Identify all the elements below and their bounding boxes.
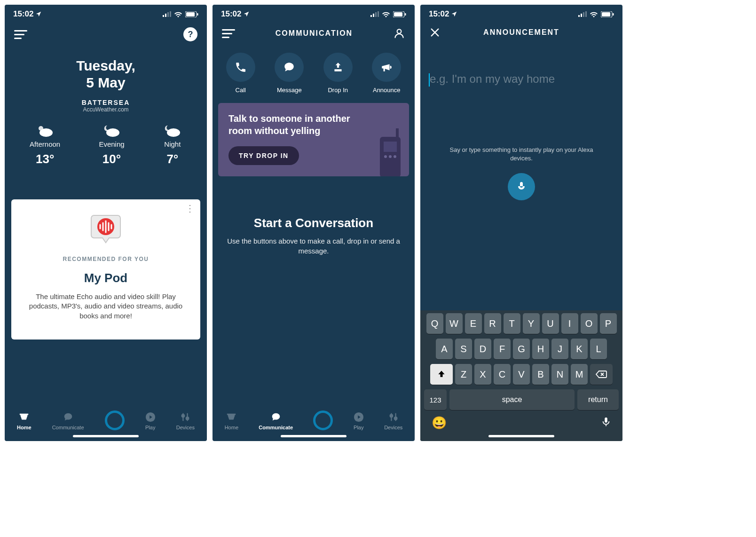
- phone-home: 15:02 ? Tuesday, 5 May BATTERSEA AccuWea…: [5, 5, 207, 441]
- chat-icon: [271, 412, 281, 422]
- mic-button[interactable]: [508, 173, 535, 200]
- home-indicator[interactable]: [73, 435, 139, 437]
- svg-rect-23: [370, 15, 372, 17]
- comm-actions: Call Message Drop In Announce: [216, 53, 411, 94]
- key-e[interactable]: E: [465, 313, 482, 334]
- tab-communicate[interactable]: Communicate: [52, 411, 84, 430]
- key-shift[interactable]: [430, 364, 453, 385]
- key-i[interactable]: I: [561, 313, 578, 334]
- key-numbers[interactable]: 123: [424, 389, 447, 410]
- key-k[interactable]: K: [571, 339, 588, 359]
- key-a[interactable]: A: [436, 339, 453, 359]
- svg-point-30: [397, 29, 402, 33]
- key-y[interactable]: Y: [523, 313, 540, 334]
- date-block: Tuesday, 5 May BATTERSEA AccuWeather.com: [5, 57, 207, 113]
- key-p[interactable]: P: [600, 313, 617, 334]
- close-icon[interactable]: [430, 27, 440, 38]
- key-d[interactable]: D: [474, 339, 491, 359]
- promo-cta-button[interactable]: TRY DROP IN: [228, 146, 299, 165]
- tab-alexa[interactable]: [105, 413, 125, 430]
- location-arrow-icon: [243, 11, 250, 17]
- nav-bar: COMMUNICATION: [213, 21, 415, 46]
- key-space[interactable]: space: [449, 389, 575, 410]
- key-r[interactable]: R: [484, 313, 501, 334]
- key-return[interactable]: return: [577, 389, 619, 410]
- location-arrow-icon: [35, 11, 42, 17]
- key-g[interactable]: G: [513, 339, 530, 359]
- home-indicator[interactable]: [488, 435, 554, 437]
- svg-point-36: [394, 155, 396, 158]
- svg-rect-43: [578, 15, 580, 17]
- announcement-input[interactable]: e.g. I'm on my way home: [420, 44, 622, 86]
- status-bar: 15:02: [5, 5, 207, 21]
- input-placeholder: e.g. I'm on my way home: [430, 72, 555, 85]
- key-v[interactable]: V: [513, 364, 530, 385]
- play-icon: [145, 412, 156, 422]
- card-description: The ultimate Echo audio and video skill!…: [22, 292, 190, 321]
- status-time: 15:02: [429, 9, 449, 19]
- key-m[interactable]: M: [571, 364, 588, 385]
- help-button[interactable]: ?: [183, 27, 197, 41]
- key-z[interactable]: Z: [455, 364, 472, 385]
- key-s[interactable]: S: [455, 339, 472, 359]
- menu-button[interactable]: [222, 29, 235, 38]
- action-message[interactable]: Message: [275, 53, 304, 94]
- key-n[interactable]: N: [551, 364, 568, 385]
- key-t[interactable]: T: [504, 313, 520, 334]
- key-c[interactable]: C: [494, 364, 511, 385]
- card-menu-icon[interactable]: ⋮: [185, 206, 194, 211]
- key-q[interactable]: Q: [426, 313, 443, 334]
- cloud-moon-icon: [163, 124, 182, 137]
- action-announce[interactable]: Announce: [372, 53, 401, 94]
- weather-evening: Evening 10°: [99, 124, 124, 166]
- keyboard-row-4: 123 space return: [422, 389, 621, 410]
- svg-rect-32: [384, 142, 397, 152]
- tab-home[interactable]: Home: [17, 411, 32, 430]
- tab-bar: Home Communicate Play Devices: [213, 408, 415, 432]
- message-icon: [283, 61, 295, 73]
- svg-rect-49: [613, 13, 614, 16]
- emoji-button[interactable]: 😀: [432, 416, 447, 430]
- tab-play[interactable]: Play: [145, 411, 156, 430]
- key-o[interactable]: O: [581, 313, 598, 334]
- tab-alexa[interactable]: [313, 413, 333, 430]
- key-backspace[interactable]: [590, 364, 613, 385]
- recommendation-card[interactable]: ⋮ RECOMMENDED FOR YOU My Pod The ultimat…: [11, 199, 200, 340]
- key-l[interactable]: L: [590, 339, 607, 359]
- home-indicator[interactable]: [281, 435, 346, 437]
- date-line1: Tuesday,: [5, 57, 207, 74]
- svg-rect-3: [170, 11, 171, 17]
- key-b[interactable]: B: [532, 364, 549, 385]
- key-w[interactable]: W: [446, 313, 463, 334]
- svg-rect-1: [165, 14, 166, 17]
- phone-icon: [235, 61, 247, 73]
- shift-icon: [437, 370, 446, 379]
- keyboard-row-1: QWERTYUIOP: [422, 313, 621, 334]
- menu-button[interactable]: [14, 30, 27, 39]
- tab-devices[interactable]: Devices: [384, 411, 402, 430]
- svg-rect-46: [585, 11, 587, 17]
- profile-icon[interactable]: [393, 27, 405, 39]
- key-u[interactable]: U: [542, 313, 559, 334]
- megaphone-icon: [380, 61, 393, 73]
- action-dropin[interactable]: Drop In: [323, 53, 353, 94]
- svg-rect-0: [163, 15, 164, 17]
- key-f[interactable]: F: [494, 339, 511, 359]
- sliders-icon: [388, 412, 399, 422]
- action-call[interactable]: Call: [226, 53, 255, 94]
- key-x[interactable]: X: [474, 364, 491, 385]
- keyboard-row-3: ZXCVBNM: [422, 364, 621, 385]
- status-bar: 15:02: [420, 5, 622, 21]
- promo-card[interactable]: Talk to someone in another room without …: [218, 103, 409, 176]
- key-j[interactable]: J: [551, 339, 568, 359]
- tab-communicate[interactable]: Communicate: [259, 411, 293, 430]
- dictation-icon[interactable]: [601, 416, 611, 428]
- weather-row: Afternoon 13° Evening 10° Night 7°: [10, 124, 201, 166]
- tab-devices[interactable]: Devices: [176, 411, 195, 430]
- keyboard-footer: 😀: [422, 415, 621, 432]
- tab-play[interactable]: Play: [354, 411, 364, 430]
- svg-rect-44: [581, 14, 582, 17]
- key-h[interactable]: H: [532, 339, 549, 359]
- tab-home[interactable]: Home: [225, 411, 238, 430]
- nav-bar: ANNOUNCEMENT: [420, 21, 622, 44]
